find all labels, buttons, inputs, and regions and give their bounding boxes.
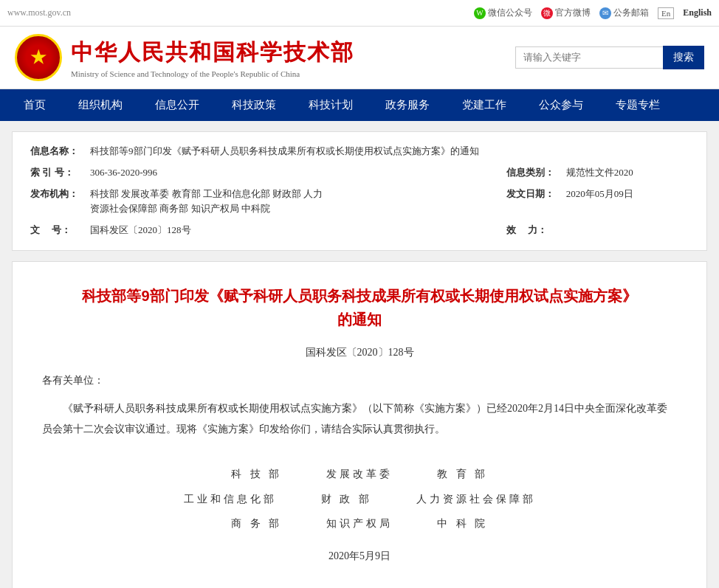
site-title-en: Ministry of Science and Technology of th… [71,69,354,78]
sig-row-3: 商 务 部 知识产权局 中 科 院 [42,511,677,536]
info-table: 信息名称： 科技部等9部门印发《赋予科研人员职务科技成果所有权或长期使用权试点实… [24,141,695,241]
nav-item-party[interactable]: 党建工作 [446,89,523,121]
sig-zhishi: 知识产权局 [326,511,393,536]
sig-kejibu: 科 技 部 [231,462,282,487]
site-url: www.most.gov.cn [7,7,71,18]
sig-fazhan: 发展改革委 [326,462,393,487]
nav-item-public[interactable]: 公众参与 [523,89,599,121]
logo-text-area: 中华人民共和国科学技术部 Ministry of Science and Tec… [71,38,354,78]
weibo-icon: 微 [541,7,553,19]
wechat-icon: W [474,7,486,19]
article-salutation: 各有关单位： [42,371,677,390]
national-emblem [15,34,62,81]
mail-icon: ✉ [599,7,611,19]
weibo-link[interactable]: 微 官方微博 [541,7,591,19]
article-box: 科技部等9部门印发《赋予科研人员职务科技成果所有权或长期使用权试点实施方案》的通… [12,261,707,588]
nav-item-org[interactable]: 组织机构 [62,89,139,121]
wechat-link[interactable]: W 微信公众号 [474,7,532,19]
nav-item-home[interactable]: 首页 [7,89,62,121]
nav-item-info[interactable]: 信息公开 [139,89,216,121]
article-doc-num: 国科发区〔2020〕128号 [42,346,677,359]
value-index: 306-36-2020-996 [84,162,500,184]
mail-link[interactable]: ✉ 公务邮箱 [599,7,649,19]
sig-zhongkeyuan: 中 科 院 [437,511,488,536]
sig-row-2: 工业和信息化部 财 政 部 人力资源社会保障部 [42,487,677,512]
search-button[interactable]: 搜索 [663,46,704,69]
site-title-cn: 中华人民共和国科学技术部 [71,38,354,68]
label-docnum: 文 号： [24,220,84,241]
value-date: 2020年05月09日 [560,184,695,221]
lang-cn-label[interactable]: English [683,7,712,18]
value-category: 规范性文件2020 [560,162,695,184]
sig-renli: 人力资源社会保障部 [416,487,536,512]
label-publisher: 发布机构： [24,184,84,221]
nav-item-special[interactable]: 专题专栏 [599,89,676,121]
main-content: 信息名称： 科技部等9部门印发《赋予科研人员职务科技成果所有权或长期使用权试点实… [0,121,719,588]
article-body: 《赋予科研人员职务科技成果所有权或长期使用权试点实施方案》（以下简称《实施方案》… [42,398,677,440]
article-date: 2020年5月9日 [42,544,677,569]
lang-en-badge[interactable]: En [658,7,674,19]
logo-area: 中华人民共和国科学技术部 Ministry of Science and Tec… [15,34,354,81]
info-row-publisher: 发布机构： 科技部 发展改革委 教育部 工业和信息化部 财政部 人力资源社会保障… [24,184,695,221]
sig-shangwu: 商 务 部 [231,511,282,536]
sig-gongye: 工业和信息化部 [184,487,277,512]
main-nav: 首页 组织机构 信息公开 科技政策 科技计划 政务服务 党建工作 公众参与 专题… [0,89,719,121]
nav-item-plan[interactable]: 科技计划 [292,89,369,121]
sig-row-1: 科 技 部 发展改革委 教 育 部 [42,462,677,487]
info-row-name: 信息名称： 科技部等9部门印发《赋予科研人员职务科技成果所有权或长期使用权试点实… [24,141,695,162]
article-title: 科技部等9部门印发《赋予科研人员职务科技成果所有权或长期使用权试点实施方案》的通… [42,284,677,331]
info-row-index: 索 引 号： 306-36-2020-996 信息类别： 规范性文件2020 [24,162,695,184]
search-input[interactable] [515,46,663,69]
top-bar: www.most.gov.cn W 微信公众号 微 官方微博 ✉ 公务邮箱 En… [0,0,719,27]
wechat-label: 微信公众号 [488,7,532,19]
search-area: 搜索 [515,46,704,69]
nav-item-policy[interactable]: 科技政策 [216,89,292,121]
value-effect [560,220,695,241]
nav-item-service[interactable]: 政务服务 [369,89,446,121]
label-index: 索 引 号： [24,162,84,184]
weibo-label: 官方微博 [555,7,591,19]
top-bar-right: W 微信公众号 微 官方微博 ✉ 公务邮箱 En English [474,7,712,19]
label-effect: 效 力： [500,220,560,241]
header: 中华人民共和国科学技术部 Ministry of Science and Tec… [0,27,719,89]
value-publisher: 科技部 发展改革委 教育部 工业和信息化部 财政部 人力资源社会保障部 商务部 … [84,184,500,221]
info-box: 信息名称： 科技部等9部门印发《赋予科研人员职务科技成果所有权或长期使用权试点实… [12,131,707,251]
value-info-name: 科技部等9部门印发《赋予科研人员职务科技成果所有权或长期使用权试点实施方案》的通… [84,141,695,162]
article-signatories: 科 技 部 发展改革委 教 育 部 工业和信息化部 财 政 部 人力资源社会保障… [42,462,677,568]
sig-caizheng: 财 政 部 [321,487,372,512]
mail-label: 公务邮箱 [613,7,649,19]
value-docnum: 国科发区〔2020〕128号 [84,220,500,241]
label-info-name: 信息名称： [24,141,84,162]
info-row-docnum: 文 号： 国科发区〔2020〕128号 效 力： [24,220,695,241]
label-category: 信息类别： [500,162,560,184]
sig-jiaoyubu: 教 育 部 [437,462,488,487]
label-date: 发文日期： [500,184,560,221]
